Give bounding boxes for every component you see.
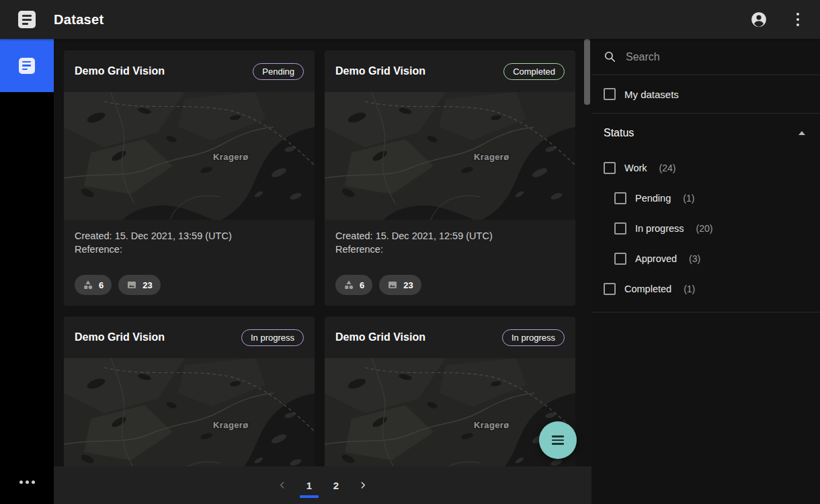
vertical-scrollbar[interactable] [584, 39, 590, 105]
account-circle-icon [750, 11, 768, 28]
filter-panel: My datasets Status Work (24) Pending (1)… [591, 39, 820, 504]
status-chip: Pending [253, 63, 304, 80]
filter-count: (24) [659, 163, 676, 173]
status-section-title: Status [604, 127, 634, 139]
map-place-label: Kragerø [213, 152, 249, 162]
page-1-button[interactable]: 1 [296, 472, 323, 499]
map-place-label: Kragerø [474, 152, 509, 162]
category-icon [343, 280, 354, 290]
category-icon [83, 280, 93, 290]
current-page-indicator [300, 495, 319, 498]
dataset-grid: Demo Grid Vision Pending Kragerø Created… [54, 39, 591, 504]
status-chip: In progress [502, 329, 565, 346]
filter-label: Work [624, 163, 647, 173]
page-number: 2 [333, 480, 339, 491]
annotations-badge: 6 [335, 275, 372, 295]
map-thumbnail: Kragerø [325, 92, 575, 220]
previous-page-button[interactable] [269, 472, 296, 499]
ellipsis-icon [19, 480, 23, 484]
my-datasets-checkbox[interactable] [604, 88, 616, 100]
map-layers-fab[interactable] [539, 421, 577, 459]
nav-item-datasets[interactable] [0, 39, 54, 92]
filter-label: Completed [624, 284, 671, 294]
page-2-button[interactable]: 2 [323, 472, 350, 499]
chevron-right-icon [358, 480, 368, 491]
next-page-button[interactable] [350, 472, 376, 499]
reference-label: Reference: [75, 243, 304, 256]
dataset-card[interactable]: Demo Grid Vision Completed Kragerø Creat… [325, 50, 575, 306]
kebab-menu-icon [796, 13, 799, 26]
left-nav-rail [0, 39, 54, 504]
page-number: 1 [306, 480, 312, 491]
filter-work[interactable]: Work (24) [591, 153, 820, 183]
card-title: Demo Grid Vision [335, 65, 425, 77]
filter-label: In progress [635, 223, 684, 234]
annotations-count: 6 [99, 280, 104, 290]
map-place-label: Kragerø [213, 420, 249, 430]
approved-checkbox[interactable] [614, 253, 626, 265]
reference-label: Reference: [335, 243, 565, 256]
menu-lines-icon [552, 435, 564, 437]
filter-in-progress[interactable]: In progress (20) [591, 213, 820, 243]
card-title: Demo Grid Vision [75, 331, 165, 343]
filter-completed[interactable]: Completed (1) [591, 274, 820, 304]
search-icon [604, 50, 616, 63]
status-chip: Completed [503, 63, 565, 80]
filter-label: Approved [635, 253, 677, 264]
map-thumbnail: Kragerø [64, 92, 315, 220]
pagination-bar: 1 2 [54, 466, 591, 504]
images-badge: 23 [118, 275, 160, 295]
work-checkbox[interactable] [604, 162, 616, 174]
images-count: 23 [403, 280, 413, 290]
pending-checkbox[interactable] [614, 192, 626, 204]
my-datasets-label: My datasets [624, 89, 679, 100]
filter-count: (3) [689, 253, 700, 264]
nav-overflow-button[interactable] [0, 480, 54, 484]
status-chip: In progress [241, 329, 304, 346]
more-menu-button[interactable] [786, 8, 809, 31]
search-input[interactable] [626, 51, 808, 63]
completed-checkbox[interactable] [604, 283, 616, 295]
filter-label: Pending [635, 193, 671, 204]
images-badge: 23 [379, 275, 421, 295]
filter-approved[interactable]: Approved (3) [591, 243, 820, 274]
annotations-badge: 6 [75, 275, 112, 295]
dataset-app-icon [18, 11, 36, 28]
card-title: Demo Grid Vision [335, 331, 425, 343]
status-section-header[interactable]: Status [591, 114, 820, 153]
image-icon [126, 280, 137, 290]
dataset-list-icon [19, 58, 35, 74]
status-filter-section: Status Work (24) Pending (1) In progress… [591, 114, 820, 312]
filter-pending[interactable]: Pending (1) [591, 183, 820, 213]
filter-count: (20) [696, 223, 713, 234]
created-date: Created: 15. Dec 2021, 13:59 (UTC) [75, 229, 304, 243]
filter-count: (1) [684, 284, 695, 294]
search-row [591, 39, 820, 75]
collapse-arrow-icon[interactable] [798, 131, 805, 135]
chevron-left-icon [277, 480, 288, 491]
images-count: 23 [142, 280, 152, 290]
account-button[interactable] [747, 8, 770, 31]
in-progress-checkbox[interactable] [614, 222, 626, 235]
page-title: Dataset [54, 12, 747, 28]
image-icon [387, 280, 398, 290]
map-place-label: Kragerø [474, 420, 509, 430]
my-datasets-filter[interactable]: My datasets [591, 75, 820, 114]
annotations-count: 6 [360, 280, 364, 290]
card-title: Demo Grid Vision [75, 65, 165, 77]
created-date: Created: 15. Dec 2021, 12:59 (UTC) [335, 229, 565, 243]
top-app-bar: Dataset [0, 0, 820, 39]
filter-count: (1) [683, 193, 694, 204]
dataset-card[interactable]: Demo Grid Vision Pending Kragerø Created… [64, 50, 315, 306]
